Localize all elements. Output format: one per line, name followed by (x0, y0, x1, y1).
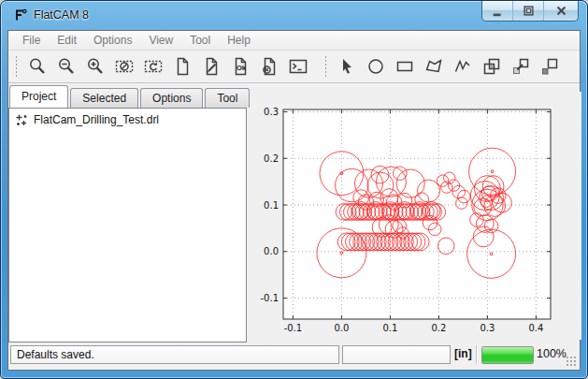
progress-bar (481, 346, 534, 364)
maximize-icon (522, 4, 536, 18)
x-tick-label: 0.1 (382, 323, 397, 333)
svg-text:Ok: Ok (237, 64, 247, 72)
clear-plot-button[interactable] (109, 52, 138, 80)
x-tick-label: 0.2 (431, 323, 446, 333)
app-window: FlatCAM 8 FileEditOptionsViewToolHelp Ok… (0, 0, 588, 379)
draw-rectangle-button[interactable] (390, 52, 419, 80)
x-tick-label: 0.3 (480, 323, 495, 333)
plot-canvas[interactable]: -0.10.00.10.20.30.4-0.10.00.10.20.3 (251, 92, 581, 340)
close-button[interactable] (544, 1, 578, 21)
clear-plot-icon (114, 56, 135, 77)
draw-rectangle-icon (394, 56, 415, 77)
plot-panel[interactable]: -0.10.00.10.20.30.4-0.10.00.10.20.3 (251, 92, 581, 340)
y-tick-label: 0.3 (264, 107, 279, 117)
shell-icon (288, 56, 308, 77)
draw-circle-button[interactable] (361, 52, 390, 80)
copy-button[interactable] (506, 52, 535, 80)
tab-tool[interactable]: Tool (205, 88, 250, 108)
y-tick-label: 0.0 (264, 246, 279, 256)
select-button[interactable] (332, 52, 361, 80)
zoom-fit-button[interactable] (22, 52, 51, 80)
title-bar[interactable]: FlatCAM 8 (1, 1, 587, 30)
shell-button[interactable] (283, 52, 312, 80)
tab-bar: ProjectSelectedOptionsTool (9, 86, 251, 108)
move-button[interactable] (535, 52, 564, 80)
new-file-button[interactable] (167, 52, 196, 80)
tree-item-label: FlatCam_Drilling_Test.drl (34, 113, 159, 126)
y-tick-label: -0.1 (260, 293, 279, 303)
toolbar-gripper[interactable] (15, 55, 18, 78)
union-button[interactable] (477, 52, 506, 80)
zoom-in-icon (85, 56, 106, 77)
cancel-file-button[interactable] (254, 52, 283, 80)
replot-button[interactable] (138, 52, 167, 80)
ok-file-icon: Ok (230, 56, 251, 77)
status-message: Defaults saved. (17, 348, 94, 361)
replot-icon (143, 56, 164, 77)
flatcam-logo-icon (13, 7, 28, 22)
draw-path-icon (452, 56, 473, 77)
zoom-out-button[interactable] (51, 52, 80, 80)
y-tick-label: 0.1 (264, 200, 279, 211)
tab-selected[interactable]: Selected (70, 88, 138, 108)
units-toggle[interactable]: [in] (454, 347, 472, 360)
progress-fill (482, 347, 533, 363)
status-message-box: Defaults saved. (10, 345, 339, 364)
new-file-icon (172, 56, 193, 77)
select-icon (337, 56, 357, 77)
drill-marks-icon (15, 113, 28, 126)
draw-circle-icon (366, 56, 386, 77)
union-icon (481, 56, 502, 77)
status-secondary-box (342, 345, 451, 364)
toolbar: Ok (8, 51, 580, 83)
menu-options[interactable]: Options (85, 32, 140, 49)
open-file-button[interactable] (196, 52, 225, 80)
menu-edit[interactable]: Edit (49, 32, 85, 49)
menu-bar: FileEditOptionsViewToolHelp (8, 31, 580, 51)
tab-project[interactable]: Project (9, 85, 68, 108)
status-bar: Defaults saved. [in] 100% (8, 342, 580, 370)
move-icon (539, 56, 560, 77)
menu-tool[interactable]: Tool (181, 32, 219, 49)
close-icon (554, 4, 568, 18)
resize-grip[interactable] (566, 356, 577, 367)
tree-item[interactable]: FlatCam_Drilling_Test.drl (9, 109, 246, 128)
cancel-file-icon (259, 56, 280, 77)
draw-path-button[interactable] (448, 52, 477, 80)
x-tick-label: 0.0 (334, 323, 349, 333)
open-file-icon (201, 56, 222, 77)
project-tree-panel[interactable]: FlatCam_Drilling_Test.drl (8, 108, 247, 343)
ok-file-button[interactable]: Ok (225, 52, 254, 80)
menu-file[interactable]: File (14, 32, 49, 49)
toolbar-gripper[interactable] (324, 55, 327, 78)
progress-percent: 100% (537, 347, 566, 360)
menu-view[interactable]: View (140, 32, 181, 49)
caption-button-group (481, 1, 579, 22)
x-tick-label: 0.4 (528, 323, 543, 333)
window-title: FlatCAM 8 (34, 8, 89, 22)
tab-options[interactable]: Options (140, 88, 203, 108)
zoom-fit-icon (27, 56, 48, 77)
zoom-in-button[interactable] (80, 52, 109, 80)
draw-polygon-button[interactable] (419, 52, 448, 80)
status-separator (476, 345, 477, 364)
x-tick-label: -0.1 (284, 323, 303, 333)
minimize-icon (491, 4, 505, 18)
y-tick-label: 0.2 (264, 153, 279, 164)
maximize-button[interactable] (513, 1, 544, 21)
copy-icon (510, 56, 531, 77)
minimize-button[interactable] (482, 1, 513, 21)
draw-polygon-icon (423, 56, 444, 77)
axes-background (283, 109, 551, 319)
client-area: FileEditOptionsViewToolHelp Ok ProjectSe… (7, 30, 581, 371)
zoom-out-icon (56, 56, 77, 77)
menu-help[interactable]: Help (219, 32, 259, 49)
